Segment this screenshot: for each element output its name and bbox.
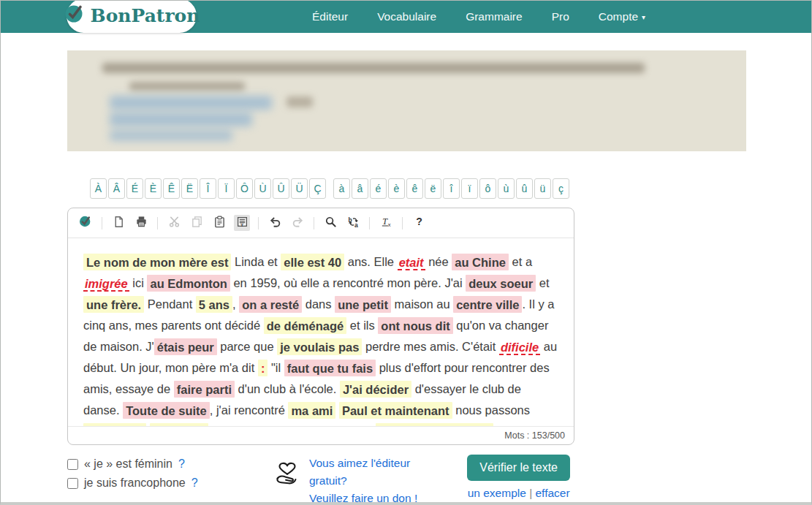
toolbar-print-button[interactable] <box>133 215 149 231</box>
accent-button[interactable]: â <box>352 178 368 199</box>
text-segment: et <box>536 276 549 289</box>
accent-button[interactable]: Ë <box>181 178 198 199</box>
error-highlight-segment[interactable]: beaucoup <box>83 423 146 427</box>
error-highlight-segment[interactable]: de déménagé <box>264 317 346 334</box>
accent-button[interactable]: Ü <box>291 178 308 199</box>
nav-item-compte[interactable]: Compte▾ <box>599 10 645 23</box>
error-highlight-segment[interactable]: on danse ensemble <box>376 423 493 427</box>
error-highlight-segment[interactable]: ma ami <box>288 402 335 419</box>
nav-item-pro[interactable]: Pro <box>552 10 569 23</box>
brand-logo[interactable]: BonPatron <box>67 0 197 33</box>
accent-button[interactable]: ï <box>461 178 478 199</box>
error-highlight-segment[interactable]: elle est 40 <box>281 254 344 270</box>
error-highlight-segment[interactable]: Le nom de mon mère est <box>83 254 231 270</box>
accent-button[interactable]: Ï <box>218 178 235 199</box>
remove-format-icon: Tx <box>380 216 392 231</box>
accent-button[interactable]: À <box>90 178 107 199</box>
toolbar-paste-button[interactable] <box>211 215 227 231</box>
accent-button[interactable]: ê <box>406 178 423 199</box>
accent-button[interactable]: ë <box>425 178 441 199</box>
toolbar-replace-button[interactable]: ba <box>345 215 361 231</box>
options-checkboxes: « je » est féminin?je suis francophone? <box>67 455 272 505</box>
error-highlight-segment[interactable]: ont nous dit <box>378 317 452 334</box>
accent-button[interactable]: È <box>145 178 162 199</box>
error-highlight-segment[interactable]: on a resté <box>239 296 302 313</box>
je-feminin-help-link[interactable]: ? <box>178 457 185 471</box>
accent-button[interactable]: à <box>333 178 350 199</box>
toolbar-undo-button[interactable] <box>267 215 283 231</box>
toolbar-separator <box>369 217 370 229</box>
accent-button[interactable]: é <box>370 178 387 199</box>
redo-icon <box>292 216 304 231</box>
error-highlight-segment[interactable]: imigrée <box>83 275 129 292</box>
ad-blurred-text <box>129 82 245 91</box>
error-highlight-segment[interactable]: deux soeur <box>466 275 536 292</box>
accent-button[interactable]: É <box>126 178 143 199</box>
verify-text-button[interactable]: Vérifier le texte <box>467 455 570 481</box>
verify-icon <box>79 215 92 231</box>
example-link[interactable]: un exemple <box>468 487 526 499</box>
ad-banner[interactable] <box>67 50 746 151</box>
text-segment: Pendant <box>144 297 196 311</box>
editor-textarea[interactable]: Le nom de mon mère est Linda et elle est… <box>68 238 574 426</box>
text-segment: ans. Elle <box>344 255 397 268</box>
error-highlight-segment[interactable]: faut que tu fais <box>284 360 376 376</box>
accent-button[interactable]: Û <box>273 178 289 199</box>
error-highlight-segment[interactable]: Toute de suite <box>123 402 210 419</box>
error-highlight-segment[interactable]: : <box>258 360 268 376</box>
error-highlight-segment[interactable]: au Chine <box>452 254 509 270</box>
error-highlight-segment[interactable]: 5 ans <box>196 296 232 313</box>
error-highlight-segment[interactable]: au Edmonton <box>147 275 229 292</box>
accent-button[interactable]: î <box>443 178 460 199</box>
toolbar-new-document-button[interactable] <box>110 215 126 231</box>
accent-button[interactable]: û <box>516 178 533 199</box>
bonpatron-page: BonPatron ÉditeurVocabulaireGrammairePro… <box>0 0 812 505</box>
toolbar-separator <box>157 217 158 229</box>
donation-question-link[interactable]: Vous aimez l'éditeur gratuit? <box>309 455 428 490</box>
error-highlight-segment[interactable]: faire parti <box>174 381 235 398</box>
error-highlight-segment[interactable]: une petit <box>335 296 391 313</box>
toolbar-remove-format-button[interactable]: Tx <box>378 215 394 231</box>
je-feminin-checkbox[interactable] <box>67 459 78 470</box>
error-highlight-segment[interactable]: de temps <box>150 423 208 427</box>
toolbar-paste-text-button[interactable]: T <box>234 215 250 231</box>
clear-link[interactable]: effacer <box>535 487 569 499</box>
text-segment: nous passons <box>452 403 530 417</box>
accent-button[interactable]: Ù <box>254 178 271 199</box>
toolbar-help-button[interactable]: ? <box>411 215 427 231</box>
svg-text:a: a <box>354 221 357 227</box>
accent-button[interactable]: ü <box>534 178 551 199</box>
nav-item-vocabulaire[interactable]: Vocabulaire <box>377 10 436 23</box>
accent-button[interactable]: ç <box>553 178 569 199</box>
text-segment: , <box>369 425 376 426</box>
accent-button[interactable]: Î <box>200 178 216 199</box>
toolbar-verify-button[interactable] <box>77 215 94 231</box>
accent-button[interactable]: Ô <box>236 178 253 199</box>
error-highlight-segment[interactable]: Paul et maintenant <box>339 402 452 419</box>
nav-item-editeur[interactable]: Éditeur <box>312 10 348 23</box>
donation-cta-link[interactable]: Veuillez faire un don ! <box>309 490 428 505</box>
nav-menu: ÉditeurVocabulaireGrammaireProCompte▾ <box>312 10 645 23</box>
nav-item-grammaire[interactable]: Grammaire <box>466 10 523 23</box>
francophone-help-link[interactable]: ? <box>191 476 198 490</box>
accent-button[interactable]: Ç <box>309 178 326 199</box>
text-segment: Linda et <box>231 255 281 268</box>
accent-button[interactable]: Â <box>108 178 125 199</box>
toolbar-find-button[interactable] <box>322 215 338 231</box>
accent-button[interactable]: Ê <box>163 178 180 199</box>
text-segment: maison au <box>391 297 453 311</box>
error-highlight-segment[interactable]: etait <box>398 254 425 271</box>
paste-text-icon: T <box>236 216 248 231</box>
error-highlight-segment[interactable]: centre ville <box>453 296 522 313</box>
top-navbar: BonPatron ÉditeurVocabulaireGrammairePro… <box>1 1 811 33</box>
error-highlight-segment[interactable]: J'ai décider <box>340 381 411 398</box>
error-highlight-segment[interactable]: étais peur <box>154 338 217 355</box>
francophone-checkbox[interactable] <box>67 478 78 489</box>
error-highlight-segment[interactable]: je voulais pas <box>277 338 362 355</box>
accent-button[interactable]: ù <box>498 178 515 199</box>
error-highlight-segment[interactable]: dificile <box>499 338 540 356</box>
links-row: un exemple | effacer <box>468 487 570 500</box>
error-highlight-segment[interactable]: une frère. <box>83 296 144 313</box>
accent-button[interactable]: è <box>388 178 405 199</box>
accent-button[interactable]: ô <box>479 178 496 199</box>
